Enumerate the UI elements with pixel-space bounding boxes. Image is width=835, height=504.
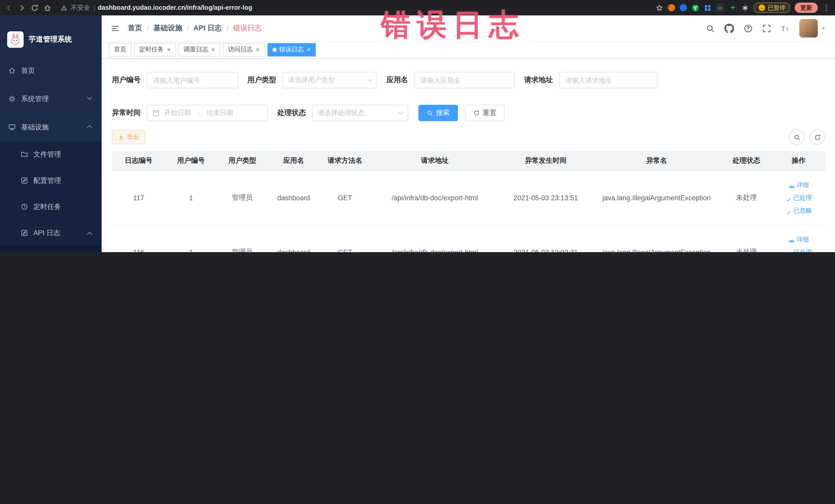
- tabs-bar: 首页定时任务×调度日志×访问日志×错误日志×: [102, 41, 835, 59]
- infra-icon: [8, 123, 16, 131]
- action-label: 详细: [796, 233, 809, 246]
- detail-link[interactable]: 详细: [772, 233, 825, 246]
- paused-badge-label: 已暂停: [768, 4, 786, 12]
- cell-user-type: 管理员: [217, 225, 268, 252]
- help-icon[interactable]: [744, 24, 753, 33]
- svg-text:T: T: [781, 25, 785, 32]
- sidebar-item-label: 定时任务: [33, 202, 61, 211]
- breadcrumb-item: 错误日志: [233, 24, 262, 33]
- tab-label: 错误日志: [279, 45, 304, 54]
- sidebar-item-file[interactable]: 文件管理: [0, 141, 102, 167]
- extension-on-badge[interactable]: on: [716, 4, 724, 12]
- table-header-row: 日志编号用户编号用户类型应用名请求方法名请求地址异常发生时间异常名处理状态操作: [112, 151, 825, 170]
- cell-request-url: /api/infra/db-doc/export-html: [371, 225, 499, 252]
- mark-processed-link[interactable]: 已处理: [772, 246, 825, 252]
- column-header: 应用名: [268, 151, 319, 170]
- detail-link[interactable]: 详细: [772, 178, 825, 191]
- security-label: 不安全: [71, 3, 90, 12]
- github-icon[interactable]: [725, 23, 734, 33]
- tab-首页[interactable]: 首页: [109, 43, 131, 56]
- browser-chrome: 不安全 dashboard.yudao.iocoder.cn/infra/log…: [0, 0, 835, 15]
- edit-icon: [21, 229, 28, 237]
- extension-grid-icon[interactable]: [704, 4, 711, 12]
- sidebar-toggle-icon[interactable]: [111, 24, 120, 33]
- reset-button[interactable]: 重置: [465, 105, 505, 121]
- app-logo[interactable]: 芋道管理系统: [0, 15, 102, 57]
- close-icon[interactable]: ×: [307, 46, 311, 53]
- font-size-icon[interactable]: TT: [781, 24, 790, 33]
- tab-定时任务[interactable]: 定时任务×: [134, 43, 176, 56]
- table-row: 1171管理员dashboardGET/api/infra/db-doc/exp…: [112, 170, 825, 225]
- status-select[interactable]: 请选择处理状态: [312, 105, 408, 121]
- cell-log-id: 117: [112, 170, 165, 225]
- extension-y-icon[interactable]: [691, 4, 699, 12]
- address-bar[interactable]: 不安全 dashboard.yudao.iocoder.cn/infra/log…: [61, 3, 252, 12]
- tab-访问日志[interactable]: 访问日志×: [223, 43, 265, 56]
- sidebar-item-label: 配置管理: [33, 176, 61, 185]
- search-toggle-button[interactable]: [789, 129, 805, 145]
- user-type-select[interactable]: 请选择用户类型: [282, 72, 377, 88]
- cell-exception-time: 2021-05-03 12:02:31: [499, 225, 592, 252]
- header-search-icon[interactable]: [706, 24, 715, 33]
- end-date-placeholder: 结束日期: [207, 108, 233, 118]
- cell-exception-name: java.lang.IllegalArgumentException: [592, 225, 721, 252]
- tab-调度日志[interactable]: 调度日志×: [178, 43, 220, 56]
- sidebar-item-system[interactable]: 系统管理: [0, 85, 102, 113]
- sidebar-item-config[interactable]: 配置管理: [0, 167, 102, 194]
- refresh-table-button[interactable]: [810, 129, 825, 145]
- close-icon[interactable]: ×: [211, 46, 215, 53]
- search-button[interactable]: 搜索: [419, 105, 458, 121]
- column-header: 操作: [772, 151, 825, 170]
- home-icon: [8, 67, 16, 75]
- browser-back-icon[interactable]: [5, 4, 13, 12]
- smiley-icon: [758, 4, 765, 11]
- exception-time-range[interactable]: 开始日期 - 结束日期: [147, 105, 268, 121]
- fullscreen-icon[interactable]: [762, 24, 771, 33]
- bookmark-star-icon[interactable]: [655, 4, 663, 12]
- app-name-input[interactable]: [414, 72, 515, 88]
- export-button[interactable]: 导出: [112, 130, 145, 144]
- browser-menu-icon[interactable]: [822, 4, 830, 12]
- filter-label-request-url: 请求地址: [524, 76, 553, 85]
- sidebar-item-infra[interactable]: 基础设施: [0, 113, 102, 141]
- browser-refresh-icon[interactable]: [31, 4, 39, 12]
- mark-ignored-link[interactable]: 已忽略: [772, 204, 825, 217]
- cell-status: 未处理: [721, 225, 772, 252]
- breadcrumb-item[interactable]: API 日志: [194, 24, 222, 33]
- gear-icon: [8, 95, 16, 103]
- active-tab-dot: [272, 47, 277, 52]
- tab-label: 访问日志: [228, 45, 252, 54]
- breadcrumb-item[interactable]: 基础设施: [154, 24, 182, 33]
- action-label: 已处理: [793, 246, 812, 252]
- update-button[interactable]: 更新: [795, 3, 818, 13]
- sidebar-item-label: 基础设施: [21, 122, 49, 132]
- browser-forward-icon[interactable]: [18, 4, 26, 12]
- breadcrumb-item[interactable]: 首页: [128, 24, 142, 33]
- column-header: 请求地址: [371, 151, 499, 170]
- paused-badge[interactable]: 已暂停: [753, 3, 790, 13]
- column-header: 用户类型: [217, 151, 268, 170]
- top-navbar: 首页/基础设施/API 日志/错误日志 TT: [102, 15, 835, 41]
- extension-blue-icon[interactable]: [679, 4, 687, 11]
- sidebar-item-api-log[interactable]: API 日志: [0, 220, 102, 246]
- sidebar-item-job[interactable]: 定时任务: [0, 194, 102, 220]
- sidebar-item-access-log[interactable]: 访问日志: [0, 246, 102, 252]
- close-icon[interactable]: ×: [256, 46, 260, 53]
- request-url-input[interactable]: [559, 72, 658, 88]
- tab-错误日志[interactable]: 错误日志×: [267, 43, 316, 56]
- browser-home-icon[interactable]: [44, 4, 51, 12]
- close-icon[interactable]: ×: [167, 46, 171, 53]
- user-id-input[interactable]: [147, 72, 238, 88]
- sidebar-item-home[interactable]: 首页: [0, 57, 102, 85]
- mark-processed-link[interactable]: 已处理: [772, 191, 825, 204]
- breadcrumb-separator: /: [187, 24, 189, 32]
- extension-sparkle-icon[interactable]: [729, 4, 736, 12]
- chevron-up-icon: [87, 125, 92, 130]
- extension-orange-icon[interactable]: [668, 4, 675, 11]
- user-avatar[interactable]: [799, 19, 826, 38]
- main-area: 首页/基础设施/API 日志/错误日志 TT 首页定时任务×调度日志×访问日志×…: [102, 15, 835, 252]
- browser-toolbar-right: on 已暂停 更新: [655, 3, 830, 13]
- navbar-actions: TT: [706, 19, 826, 38]
- extension-asterisk-icon[interactable]: [741, 4, 749, 12]
- cell-user-id: 1: [165, 170, 217, 225]
